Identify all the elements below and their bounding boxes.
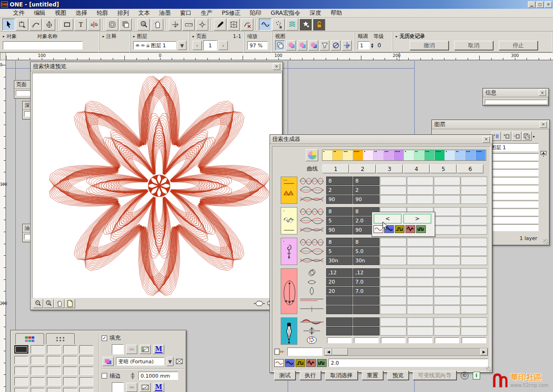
menu-item-帮助[interactable]: 帮助 <box>326 9 347 17</box>
menu-item-编辑[interactable]: 编辑 <box>29 9 50 17</box>
menu-item-GRA宏指令[interactable]: GRA宏指令 <box>266 9 305 17</box>
prev-page-button[interactable]: ‹ <box>193 41 202 50</box>
view-hide-preview[interactable] <box>331 40 341 51</box>
color-swatch-cell[interactable] <box>79 367 93 375</box>
generator-button-测试[interactable]: 测试 <box>274 371 296 380</box>
color-swatch-cell[interactable] <box>47 388 61 392</box>
value-cell[interactable] <box>434 327 460 335</box>
maximize-button[interactable]: □ <box>536 1 544 8</box>
color-swatch-cell[interactable] <box>14 388 28 392</box>
wave-type-tri-red[interactable] <box>405 225 415 233</box>
color-swatch-cell[interactable] <box>79 345 93 354</box>
color-swatch-cell[interactable] <box>14 345 28 354</box>
value-cell[interactable]: 8 <box>353 238 379 247</box>
color-swatch-cell[interactable] <box>79 377 93 386</box>
fill-checkbox[interactable]: ✓ <box>102 335 107 341</box>
color-swatch-cell[interactable] <box>47 377 61 386</box>
menu-item-视图[interactable]: 视图 <box>50 9 71 17</box>
value-cell[interactable] <box>434 317 460 326</box>
value-input[interactable] <box>435 337 459 343</box>
value-cell[interactable] <box>461 268 487 277</box>
value-input-cell[interactable] <box>434 336 460 345</box>
value-input[interactable] <box>408 337 432 343</box>
color-swatch-cell[interactable] <box>79 388 93 392</box>
curve-column-header[interactable]: 5 <box>430 164 457 173</box>
value-cell[interactable]: 90 <box>326 195 353 204</box>
color-swatch-cell[interactable] <box>47 345 61 354</box>
zoom-out-button[interactable] <box>33 299 43 308</box>
stroke-dash-button[interactable] <box>140 383 151 392</box>
fill-gradient-button[interactable] <box>140 345 151 354</box>
value-cell[interactable]: 8 <box>353 177 379 185</box>
wave-type-wave-plain[interactable] <box>373 225 383 233</box>
value-cell[interactable] <box>461 238 487 247</box>
value-cell[interactable] <box>353 327 379 335</box>
value-cell[interactable] <box>461 177 487 185</box>
curve-type-swatch[interactable] <box>281 207 297 234</box>
value-cell[interactable] <box>380 238 406 247</box>
color-swatch-cell[interactable] <box>31 377 45 386</box>
value-cell[interactable] <box>407 195 433 204</box>
value-input-cell[interactable] <box>407 336 433 345</box>
value-cell[interactable]: 30n <box>353 256 379 265</box>
palette-swatch[interactable] <box>394 150 404 160</box>
blend-dropdown-arrow[interactable]: ▼ <box>167 357 174 366</box>
value-cell[interactable]: 5.0 <box>353 247 379 256</box>
value-cell[interactable]: 7.0 <box>353 287 379 296</box>
value-cell[interactable] <box>380 195 406 204</box>
menu-item-油墨[interactable]: 油墨 <box>154 9 175 17</box>
value-cell[interactable] <box>461 317 487 326</box>
palette-swatch[interactable] <box>333 150 343 160</box>
stroke-macro-button[interactable]: M <box>153 383 164 392</box>
value-input-cell[interactable] <box>326 336 353 345</box>
menu-item-轮廓[interactable]: 轮廓 <box>92 9 113 17</box>
layer-dropdown-arrow[interactable]: ▼ <box>178 41 186 50</box>
wireframe-toggle[interactable] <box>253 299 265 308</box>
tool-lock-tool[interactable] <box>313 19 325 31</box>
palette-swatch[interactable] <box>322 150 333 160</box>
tool-rect-tool[interactable] <box>61 19 73 31</box>
wave-type-square-green[interactable] <box>416 225 426 233</box>
stroke-width-input[interactable]: 0.1000 mm <box>138 372 178 380</box>
copyright-button[interactable]: © <box>461 372 469 379</box>
scroll-left-icon[interactable]: ◀ <box>325 348 332 355</box>
curve-column-header[interactable]: 2 <box>349 164 376 173</box>
curve-column-header[interactable]: 4 <box>403 164 430 173</box>
zoom-input[interactable]: 97 % <box>247 41 268 50</box>
color-swatch-cell[interactable] <box>63 356 77 364</box>
fill-transform-button[interactable] <box>126 345 137 354</box>
tool-wave-tool[interactable] <box>259 19 271 31</box>
palette-swatch[interactable] <box>343 150 353 160</box>
curve-type-swatch[interactable] <box>281 177 297 204</box>
value-cell[interactable] <box>380 305 406 314</box>
menu-item-文件[interactable]: 文件 <box>8 9 29 17</box>
view-page-preview[interactable] <box>275 40 285 51</box>
value-cell[interactable] <box>434 296 460 305</box>
palette-swatch[interactable] <box>384 150 394 160</box>
value-cell[interactable]: 8 <box>326 238 353 247</box>
value-cell[interactable] <box>407 287 433 296</box>
overprint-button[interactable] <box>103 357 114 366</box>
close-icon[interactable]: × <box>540 121 547 128</box>
value-cell[interactable]: 2 <box>353 186 379 195</box>
value-cell[interactable] <box>407 177 433 185</box>
ruler-vertical[interactable]: 0100200 <box>0 60 6 392</box>
pan-button[interactable] <box>54 299 64 308</box>
generator-button-取消选择[interactable]: 取消选择 <box>325 371 358 380</box>
object-name-input[interactable] <box>3 41 83 50</box>
value-cell[interactable] <box>380 247 406 256</box>
value-cell[interactable] <box>461 327 487 335</box>
value-cell[interactable] <box>461 278 487 286</box>
color-swatch-cell[interactable] <box>31 345 45 354</box>
blend-mode-dropdown[interactable]: 变暗 (Fortuna) <box>116 357 164 366</box>
layer-dropdown[interactable]: 图层 1 <box>133 41 176 50</box>
color-swatch-cell[interactable] <box>63 388 77 392</box>
generator-button-预览[interactable]: 预览 <box>387 371 409 380</box>
value-cell[interactable] <box>434 256 460 265</box>
value-input[interactable] <box>381 337 405 343</box>
value-cell[interactable] <box>353 305 379 314</box>
palette-swatch[interactable] <box>414 150 424 160</box>
palette-swatch[interactable] <box>424 150 435 160</box>
layers-more-button[interactable]: ▸ <box>532 134 536 139</box>
tool-zoom-tool[interactable]: Q <box>137 19 150 31</box>
